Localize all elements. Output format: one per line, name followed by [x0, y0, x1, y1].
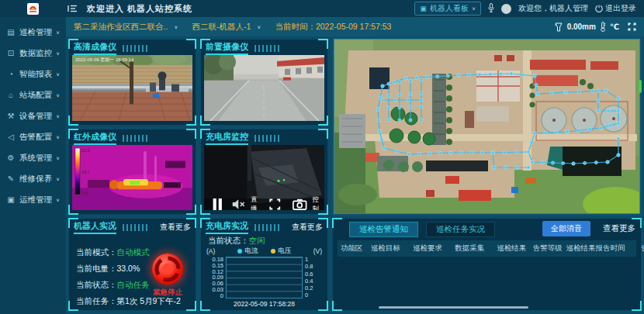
chart-plot-area: [226, 257, 303, 298]
charging-room-video: 直播 控制: [204, 145, 324, 210]
table-column-header: 巡检要求: [410, 243, 452, 254]
chevron-down-icon: ∨: [56, 113, 60, 119]
station-icon: ⌂: [6, 91, 16, 99]
speaker-muted-icon[interactable]: [230, 198, 247, 210]
welcome-text: 欢迎您，机器人管理: [518, 3, 588, 14]
equalizer-decoration: [123, 45, 149, 52]
panel-title: 充电房实况: [206, 220, 248, 234]
ir-camera-panel: 红外成像仪: [68, 129, 196, 215]
horizontal-scrollbar[interactable]: [379, 306, 528, 309]
system-icon: ⚙: [6, 154, 16, 162]
axis-tick: 0.8: [305, 264, 324, 270]
chevron-down-icon: ∨: [56, 92, 60, 98]
hd-camera-video: 2022-05-09 星期一 18:59:14: [72, 55, 192, 121]
alarm-icon: ◁: [6, 133, 16, 141]
tab-alarm-notice[interactable]: 巡检告警通知: [349, 222, 418, 237]
chevron-down-icon: ∨: [56, 50, 60, 56]
sidebar-item-5[interactable]: ⚒设备管理∨: [0, 105, 66, 126]
app-root: 欢迎进入 机器人站控系统 ▣ 机器人看板 ∨ 欢迎您，机器人管理 退出登录 ▤巡…: [0, 0, 644, 314]
legend-label: 电压: [279, 247, 292, 256]
charging-status-label: 当前状态：: [208, 236, 249, 245]
robot-status-row: 当前任务：第1次 5月9下午-2: [76, 296, 181, 307]
status-label: 当前状态：: [76, 280, 117, 291]
status-value: 33.0%: [117, 264, 140, 274]
video-fullscreen-icon[interactable]: [267, 198, 283, 210]
legend-items: 电流电压: [215, 247, 313, 256]
sidebar-item-8[interactable]: ✎维修保养∨: [0, 168, 66, 189]
sidebar-item-9[interactable]: ▣运维管理∨: [0, 189, 66, 210]
sidebar-item-1[interactable]: ▤巡检管理∨: [0, 22, 66, 43]
panel-title: 高清成像仪: [74, 41, 116, 55]
station-select[interactable]: 第二采油作业区西二联合.. ∨: [74, 22, 178, 33]
device-icon: ⚒: [6, 112, 16, 120]
robot-select[interactable]: 西二联-机器人-1 ∨: [192, 22, 261, 33]
clipboard-icon: ▤: [6, 28, 16, 36]
table-column-header: 巡检目标: [368, 243, 410, 254]
logout-label: 退出登录: [605, 3, 636, 14]
thermal-min-label: 7.6: [81, 190, 88, 195]
front-camera-video: [204, 55, 324, 121]
map-scroll-indicator[interactable]: [639, 80, 642, 93]
sidebar-item-label: 设备管理: [19, 111, 52, 122]
snapshot-camera-icon[interactable]: [292, 198, 308, 210]
legend-dot-icon: [271, 249, 275, 254]
panel-title: 前置摄像仪: [206, 41, 248, 55]
legend-item: 电流: [237, 247, 258, 256]
power-icon: [595, 5, 603, 12]
panel-title: 充电房监控: [206, 131, 248, 145]
dashboard-select-label: 机器人看板: [430, 3, 469, 14]
dashboard-select[interactable]: ▣ 机器人看板 ∨: [414, 2, 481, 16]
sidebar-item-label: 巡检管理: [19, 27, 52, 38]
alarm-view-more-link[interactable]: 查看更多: [603, 223, 635, 234]
report-icon: ◔: [6, 70, 16, 78]
charging-status-line: 当前状态：空闲: [208, 236, 265, 247]
chart-legend: (A)电流电压(V): [206, 247, 322, 256]
table-column-header: 告警状态: [638, 243, 644, 254]
avatar[interactable]: [501, 4, 511, 14]
emergency-stop-button[interactable]: 紧急停止: [148, 254, 187, 298]
left-axis-ticks: 0.180.150.120.090.060.030: [205, 257, 226, 298]
sidebar-item-label: 维修保养: [19, 174, 52, 185]
sub-header: 第二采油作业区西二联合.. ∨ 西二联-机器人-1 ∨ 当前时间：2022-05…: [66, 17, 644, 36]
chevron-down-icon: ∨: [56, 176, 60, 181]
fullscreen-icon[interactable]: [628, 22, 636, 31]
pause-icon[interactable]: [209, 198, 226, 210]
sidebar-item-6[interactable]: ◁告警配置∨: [0, 126, 66, 147]
current-time: 当前时间：2022-05-09 17:57:53: [275, 22, 391, 33]
charging-view-more-link[interactable]: 查看更多: [292, 222, 323, 233]
petro-logo-icon: [27, 3, 39, 15]
sidebar-item-2[interactable]: ⊡数据监控∨: [0, 43, 66, 64]
rain-gauge-icon: [554, 22, 563, 32]
status-label: 当前电量：: [76, 264, 117, 274]
sidebar-item-7[interactable]: ⚙系统管理∨: [0, 147, 66, 168]
axis-tick: 0: [305, 292, 324, 298]
status-value: 第1次 5月9下午-2: [117, 296, 181, 307]
sidebar-item-3[interactable]: ◔智能报表∨: [0, 64, 66, 85]
robot-status-panel: 机器人实况 查看更多 当前模式：自动模式当前电量：33.0%当前状态：自动任务当…: [68, 218, 196, 311]
robot-view-more-link[interactable]: 查看更多: [160, 222, 191, 233]
axis-tick: 0.6: [305, 271, 324, 278]
camera-timestamp: 2022-05-09 星期一 18:59:14: [75, 57, 134, 62]
table-column-header: 告警等级: [530, 243, 563, 254]
chevron-down-icon: ∨: [56, 71, 60, 77]
equalizer-decoration: [123, 135, 149, 142]
ptz-control-label[interactable]: 控制: [313, 195, 320, 211]
facility-map[interactable]: [334, 40, 639, 213]
operations-icon: ▣: [6, 195, 16, 204]
alarm-panel-tabs: 巡检告警通知巡检任务实况: [349, 222, 495, 237]
emergency-stop-icon[interactable]: [152, 254, 183, 285]
mute-all-button[interactable]: 全部消音: [542, 221, 590, 236]
dashboard-icon: ▣: [420, 5, 427, 12]
sidebar-item-label: 数据监控: [19, 48, 52, 59]
sidebar-item-4[interactable]: ⌂站场配置∨: [0, 85, 66, 105]
logout-button[interactable]: 退出登录: [595, 3, 636, 14]
chevron-down-icon: ∨: [56, 29, 60, 35]
tab-task-live[interactable]: 巡检任务实况: [426, 222, 495, 237]
main-content: 高清成像仪: [66, 36, 644, 314]
menu-toggle-icon[interactable]: [68, 5, 78, 12]
legend-label: 电流: [245, 247, 258, 256]
microphone-icon[interactable]: [488, 3, 494, 14]
axis-tick: 1: [305, 257, 324, 263]
equalizer-decoration: [123, 224, 149, 231]
sidebar-item-label: 系统管理: [19, 153, 52, 164]
